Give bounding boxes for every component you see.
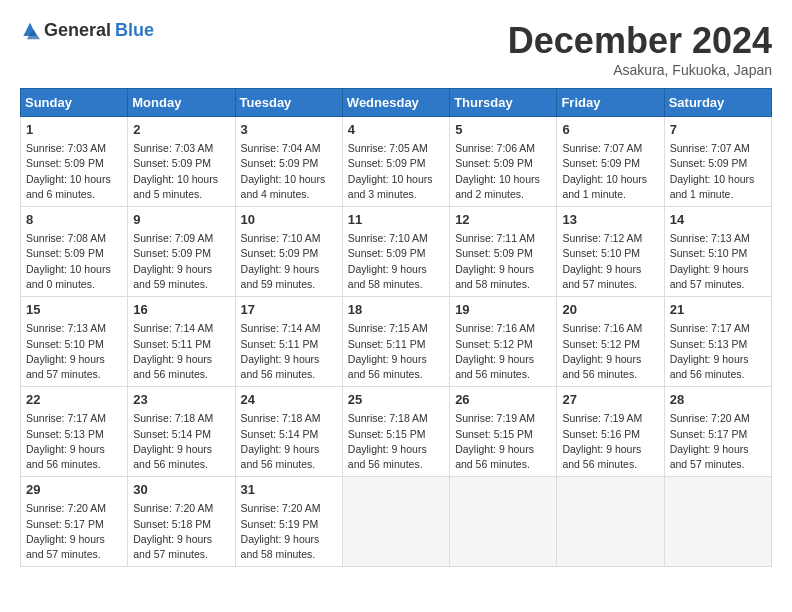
calendar-cell: 27Sunrise: 7:19 AMSunset: 5:16 PMDayligh… [557, 387, 664, 477]
calendar-cell [557, 477, 664, 567]
calendar-cell: 16Sunrise: 7:14 AMSunset: 5:11 PMDayligh… [128, 297, 235, 387]
day-info: Sunrise: 7:03 AMSunset: 5:09 PMDaylight:… [133, 141, 229, 202]
day-number: 17 [241, 301, 337, 319]
week-row-4: 22Sunrise: 7:17 AMSunset: 5:13 PMDayligh… [21, 387, 772, 477]
calendar-cell: 11Sunrise: 7:10 AMSunset: 5:09 PMDayligh… [342, 207, 449, 297]
day-info: Sunrise: 7:18 AMSunset: 5:15 PMDaylight:… [348, 411, 444, 472]
day-number: 2 [133, 121, 229, 139]
day-info: Sunrise: 7:09 AMSunset: 5:09 PMDaylight:… [133, 231, 229, 292]
day-info: Sunrise: 7:06 AMSunset: 5:09 PMDaylight:… [455, 141, 551, 202]
day-info: Sunrise: 7:16 AMSunset: 5:12 PMDaylight:… [562, 321, 658, 382]
calendar-cell: 4Sunrise: 7:05 AMSunset: 5:09 PMDaylight… [342, 117, 449, 207]
calendar-cell: 31Sunrise: 7:20 AMSunset: 5:19 PMDayligh… [235, 477, 342, 567]
calendar-cell: 2Sunrise: 7:03 AMSunset: 5:09 PMDaylight… [128, 117, 235, 207]
calendar-cell: 23Sunrise: 7:18 AMSunset: 5:14 PMDayligh… [128, 387, 235, 477]
calendar-cell: 14Sunrise: 7:13 AMSunset: 5:10 PMDayligh… [664, 207, 771, 297]
calendar-cell: 3Sunrise: 7:04 AMSunset: 5:09 PMDaylight… [235, 117, 342, 207]
calendar-cell: 5Sunrise: 7:06 AMSunset: 5:09 PMDaylight… [450, 117, 557, 207]
week-row-2: 8Sunrise: 7:08 AMSunset: 5:09 PMDaylight… [21, 207, 772, 297]
day-info: Sunrise: 7:10 AMSunset: 5:09 PMDaylight:… [241, 231, 337, 292]
day-number: 31 [241, 481, 337, 499]
week-row-3: 15Sunrise: 7:13 AMSunset: 5:10 PMDayligh… [21, 297, 772, 387]
week-row-5: 29Sunrise: 7:20 AMSunset: 5:17 PMDayligh… [21, 477, 772, 567]
day-info: Sunrise: 7:19 AMSunset: 5:16 PMDaylight:… [562, 411, 658, 472]
header-monday: Monday [128, 89, 235, 117]
day-info: Sunrise: 7:11 AMSunset: 5:09 PMDaylight:… [455, 231, 551, 292]
page-header: General Blue December 2024 Asakura, Fuku… [20, 20, 772, 78]
day-number: 6 [562, 121, 658, 139]
header-wednesday: Wednesday [342, 89, 449, 117]
calendar-cell: 10Sunrise: 7:10 AMSunset: 5:09 PMDayligh… [235, 207, 342, 297]
calendar-cell: 17Sunrise: 7:14 AMSunset: 5:11 PMDayligh… [235, 297, 342, 387]
calendar-cell: 22Sunrise: 7:17 AMSunset: 5:13 PMDayligh… [21, 387, 128, 477]
month-title: December 2024 [508, 20, 772, 62]
location-subtitle: Asakura, Fukuoka, Japan [508, 62, 772, 78]
calendar-cell [664, 477, 771, 567]
day-info: Sunrise: 7:10 AMSunset: 5:09 PMDaylight:… [348, 231, 444, 292]
day-number: 26 [455, 391, 551, 409]
calendar-cell: 13Sunrise: 7:12 AMSunset: 5:10 PMDayligh… [557, 207, 664, 297]
calendar-cell: 12Sunrise: 7:11 AMSunset: 5:09 PMDayligh… [450, 207, 557, 297]
day-info: Sunrise: 7:20 AMSunset: 5:17 PMDaylight:… [670, 411, 766, 472]
day-number: 14 [670, 211, 766, 229]
title-block: December 2024 Asakura, Fukuoka, Japan [508, 20, 772, 78]
calendar-cell: 6Sunrise: 7:07 AMSunset: 5:09 PMDaylight… [557, 117, 664, 207]
day-info: Sunrise: 7:12 AMSunset: 5:10 PMDaylight:… [562, 231, 658, 292]
day-number: 25 [348, 391, 444, 409]
calendar-cell: 19Sunrise: 7:16 AMSunset: 5:12 PMDayligh… [450, 297, 557, 387]
day-number: 30 [133, 481, 229, 499]
day-info: Sunrise: 7:19 AMSunset: 5:15 PMDaylight:… [455, 411, 551, 472]
day-info: Sunrise: 7:04 AMSunset: 5:09 PMDaylight:… [241, 141, 337, 202]
day-info: Sunrise: 7:17 AMSunset: 5:13 PMDaylight:… [26, 411, 122, 472]
day-number: 1 [26, 121, 122, 139]
day-info: Sunrise: 7:13 AMSunset: 5:10 PMDaylight:… [670, 231, 766, 292]
day-info: Sunrise: 7:13 AMSunset: 5:10 PMDaylight:… [26, 321, 122, 382]
calendar-header-row: SundayMondayTuesdayWednesdayThursdayFrid… [21, 89, 772, 117]
calendar-cell [342, 477, 449, 567]
logo-general: General [44, 20, 111, 41]
calendar-cell: 29Sunrise: 7:20 AMSunset: 5:17 PMDayligh… [21, 477, 128, 567]
calendar-cell: 9Sunrise: 7:09 AMSunset: 5:09 PMDaylight… [128, 207, 235, 297]
header-thursday: Thursday [450, 89, 557, 117]
day-info: Sunrise: 7:15 AMSunset: 5:11 PMDaylight:… [348, 321, 444, 382]
week-row-1: 1Sunrise: 7:03 AMSunset: 5:09 PMDaylight… [21, 117, 772, 207]
day-info: Sunrise: 7:05 AMSunset: 5:09 PMDaylight:… [348, 141, 444, 202]
day-info: Sunrise: 7:20 AMSunset: 5:17 PMDaylight:… [26, 501, 122, 562]
day-info: Sunrise: 7:07 AMSunset: 5:09 PMDaylight:… [562, 141, 658, 202]
day-info: Sunrise: 7:08 AMSunset: 5:09 PMDaylight:… [26, 231, 122, 292]
day-number: 11 [348, 211, 444, 229]
day-number: 7 [670, 121, 766, 139]
day-info: Sunrise: 7:20 AMSunset: 5:19 PMDaylight:… [241, 501, 337, 562]
day-number: 10 [241, 211, 337, 229]
header-sunday: Sunday [21, 89, 128, 117]
logo-blue: Blue [115, 20, 154, 41]
logo-icon [20, 21, 40, 41]
day-info: Sunrise: 7:20 AMSunset: 5:18 PMDaylight:… [133, 501, 229, 562]
day-info: Sunrise: 7:16 AMSunset: 5:12 PMDaylight:… [455, 321, 551, 382]
calendar-cell [450, 477, 557, 567]
calendar-cell: 21Sunrise: 7:17 AMSunset: 5:13 PMDayligh… [664, 297, 771, 387]
day-number: 29 [26, 481, 122, 499]
header-friday: Friday [557, 89, 664, 117]
day-number: 22 [26, 391, 122, 409]
day-number: 23 [133, 391, 229, 409]
day-number: 16 [133, 301, 229, 319]
day-info: Sunrise: 7:18 AMSunset: 5:14 PMDaylight:… [133, 411, 229, 472]
day-info: Sunrise: 7:14 AMSunset: 5:11 PMDaylight:… [241, 321, 337, 382]
day-number: 21 [670, 301, 766, 319]
day-number: 5 [455, 121, 551, 139]
day-info: Sunrise: 7:17 AMSunset: 5:13 PMDaylight:… [670, 321, 766, 382]
day-number: 9 [133, 211, 229, 229]
header-tuesday: Tuesday [235, 89, 342, 117]
header-saturday: Saturday [664, 89, 771, 117]
calendar-cell: 24Sunrise: 7:18 AMSunset: 5:14 PMDayligh… [235, 387, 342, 477]
calendar-cell: 25Sunrise: 7:18 AMSunset: 5:15 PMDayligh… [342, 387, 449, 477]
calendar-cell: 18Sunrise: 7:15 AMSunset: 5:11 PMDayligh… [342, 297, 449, 387]
day-number: 18 [348, 301, 444, 319]
day-info: Sunrise: 7:03 AMSunset: 5:09 PMDaylight:… [26, 141, 122, 202]
day-number: 4 [348, 121, 444, 139]
calendar-cell: 30Sunrise: 7:20 AMSunset: 5:18 PMDayligh… [128, 477, 235, 567]
logo: General Blue [20, 20, 154, 41]
day-number: 13 [562, 211, 658, 229]
calendar-cell: 15Sunrise: 7:13 AMSunset: 5:10 PMDayligh… [21, 297, 128, 387]
